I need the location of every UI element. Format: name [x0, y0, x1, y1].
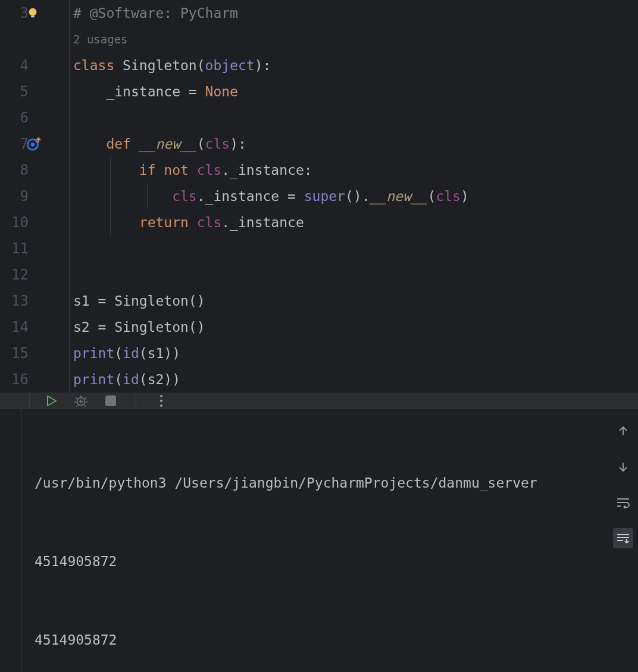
gutter-row[interactable]: 3	[0, 0, 69, 26]
svg-rect-5	[105, 395, 116, 406]
gutter-row[interactable]	[0, 26, 69, 52]
svg-point-0	[29, 8, 37, 16]
debug-button[interactable]	[73, 392, 89, 409]
line-number: 4	[0, 57, 29, 74]
code-line[interactable]: _instance = None	[73, 78, 638, 105]
line-number: 9	[0, 188, 29, 205]
run-toolbar	[0, 392, 638, 409]
line-number: 15	[0, 345, 29, 362]
comment-text: # @Software: PyCharm	[73, 5, 238, 21]
line-number: 12	[0, 266, 29, 283]
line-number: 14	[0, 319, 29, 335]
gutter-row[interactable]: 7	[0, 131, 69, 157]
line-number: 6	[0, 109, 29, 126]
code-line[interactable]: if not cls._instance:	[73, 157, 638, 183]
line-number: 3	[0, 5, 29, 21]
toolbar-separator	[136, 392, 136, 409]
code-area[interactable]: # @Software: PyCharm2 usagesclass Single…	[70, 0, 638, 392]
indent-guide	[147, 183, 148, 209]
gutter-row[interactable]: 13	[0, 288, 69, 314]
code-line[interactable]: print(id(s1))	[73, 340, 638, 366]
soft-wrap-button[interactable]	[613, 492, 633, 513]
code-line[interactable]: # @Software: PyCharm	[73, 0, 638, 26]
line-number: 5	[0, 83, 29, 100]
code-line[interactable]	[73, 262, 638, 288]
line-number: 13	[0, 293, 29, 309]
code-line[interactable]	[73, 235, 638, 262]
gutter[interactable]: 345678910111213141516	[0, 0, 70, 392]
console-output-line: 4514905872	[35, 548, 625, 574]
run-console[interactable]: /usr/bin/python3 /Users/jiangbin/Pycharm…	[0, 409, 638, 672]
console-cmd-line: /usr/bin/python3 /Users/jiangbin/Pycharm…	[35, 470, 625, 496]
gutter-row[interactable]: 14	[0, 314, 69, 340]
line-number: 11	[0, 240, 29, 257]
svg-point-7	[160, 400, 162, 402]
line-number: 7	[0, 136, 29, 152]
svg-point-3	[31, 143, 35, 147]
gutter-row[interactable]: 10	[0, 209, 69, 235]
down-arrow-button[interactable]	[613, 457, 633, 477]
gutter-row[interactable]: 5	[0, 78, 69, 105]
code-line[interactable]: 2 usages	[73, 26, 638, 52]
svg-point-6	[160, 395, 162, 397]
code-line[interactable]: print(id(s2))	[73, 366, 638, 392]
console-output-line: 4514905872	[35, 627, 625, 653]
gutter-row[interactable]: 16	[0, 366, 69, 392]
console-gutter	[0, 409, 21, 672]
gutter-row[interactable]: 8	[0, 157, 69, 183]
line-number: 16	[0, 371, 29, 388]
console-output[interactable]: /usr/bin/python3 /Users/jiangbin/Pycharm…	[21, 409, 638, 672]
gutter-row[interactable]: 12	[0, 262, 69, 288]
code-line[interactable]: s1 = Singleton()	[73, 288, 638, 314]
code-line[interactable]: cls._instance = super().__new__(cls)	[73, 183, 638, 209]
toolbar-left-gutter	[8, 392, 30, 409]
console-side-toolbar	[613, 421, 633, 548]
code-line[interactable]: def __new__(cls):	[73, 131, 638, 157]
line-number: 8	[0, 162, 29, 178]
svg-rect-1	[31, 16, 35, 18]
up-arrow-button[interactable]	[613, 421, 633, 441]
code-line[interactable]: class Singleton(object):	[73, 52, 638, 78]
override-method-icon[interactable]	[26, 136, 42, 152]
gutter-row[interactable]: 6	[0, 105, 69, 131]
run-button[interactable]	[43, 392, 60, 409]
stop-button[interactable]	[102, 392, 119, 409]
line-number: 10	[0, 214, 29, 231]
indent-guide	[110, 157, 111, 183]
svg-point-8	[160, 404, 162, 407]
code-line[interactable]: s2 = Singleton()	[73, 314, 638, 340]
indent-guide	[110, 209, 111, 235]
gutter-row[interactable]: 15	[0, 340, 69, 366]
gutter-row[interactable]: 11	[0, 235, 69, 262]
code-line[interactable]	[73, 105, 638, 131]
more-actions-button[interactable]	[153, 392, 170, 409]
code-editor[interactable]: 345678910111213141516 # @Software: PyCha…	[0, 0, 638, 392]
gutter-row[interactable]: 4	[0, 52, 69, 78]
code-line[interactable]: return cls._instance	[73, 209, 638, 235]
scroll-to-end-button[interactable]	[613, 528, 633, 548]
indent-guide	[110, 183, 111, 209]
usages-hint: 2 usages	[73, 33, 128, 46]
intention-bulb-icon[interactable]	[26, 7, 39, 20]
gutter-row[interactable]: 9	[0, 183, 69, 209]
